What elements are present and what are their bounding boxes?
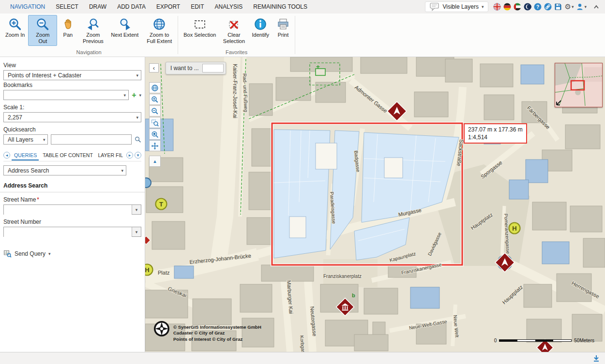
save-icon[interactable] [554, 3, 562, 11]
zoom-full-extent-button[interactable]: Zoom to Full Extent [142, 15, 177, 46]
download-icon[interactable] [592, 354, 600, 362]
bookmarks-dropdown[interactable]: ▾ [3, 90, 129, 100]
zoom-in-icon [8, 17, 22, 31]
scale-dropdown[interactable]: 2,257 ▾ [3, 112, 141, 122]
globe-button[interactable] [149, 82, 161, 93]
view-dropdown[interactable]: Points of Interest + Cadaster ▾ [3, 70, 141, 80]
menu-draw[interactable]: DRAW [84, 3, 112, 10]
tab-layer-filter[interactable]: LAYER FIL [95, 150, 125, 160]
chevron-down-icon: ▾ [121, 168, 123, 173]
uae-flag-icon[interactable] [514, 3, 521, 11]
i-want-to-widget[interactable]: I want to ... [166, 62, 226, 74]
collapse-ribbon-icon [592, 3, 600, 10]
send-query-button[interactable]: Send Query ▾ [3, 249, 141, 258]
center-map-button[interactable] [149, 140, 161, 151]
compass-icon [153, 320, 170, 337]
zoom-window-button[interactable] [149, 117, 161, 128]
zoom-selection-icon [151, 131, 159, 138]
german-flag-icon[interactable] [503, 3, 511, 11]
zoom-out-button[interactable]: Zoom Out [28, 15, 57, 46]
bookmark-options-chevron-icon[interactable]: ▾ [139, 93, 141, 98]
uk-flag-icon[interactable] [493, 3, 501, 11]
map-canvas[interactable]: Kaiser-Franz-Josef-KaiRad- und FußwegAdm… [145, 57, 605, 352]
chevron-down-icon: ▾ [482, 4, 484, 9]
section-divider [0, 192, 145, 192]
zoom-previous-button[interactable]: Zoom Previous [78, 15, 107, 46]
quicksearch-layer-value: All Layers [8, 136, 33, 143]
street-number-dropdown-button[interactable]: ▾ [132, 227, 141, 236]
settings-gear-button[interactable]: ⚙▾ [564, 3, 574, 11]
view-label: View [3, 62, 141, 69]
chevron-down-icon: ▾ [48, 251, 51, 256]
street-name-input[interactable] [4, 205, 132, 215]
menu-export[interactable]: EXPORT [151, 3, 185, 10]
print-icon [276, 17, 290, 31]
zoom-selection-button[interactable] [149, 129, 161, 140]
add-bookmark-button[interactable]: + [132, 91, 136, 99]
pan-hand-icon [61, 17, 75, 31]
button-label: Pan [63, 32, 73, 38]
menubar: NAVIGATION SELECT DRAW ADD DATA EXPORT E… [0, 0, 605, 14]
dark-mode-moon-icon[interactable] [524, 3, 531, 11]
scalebar-label: 50Meters [574, 338, 594, 343]
query-form-title: Address Search [3, 182, 141, 189]
street-name-combobox[interactable]: ▾ [3, 204, 141, 215]
help-icon[interactable]: ? [534, 3, 542, 11]
chevron-down-icon: ▾ [136, 115, 138, 120]
collapse-toolbar-button[interactable]: ▴ [149, 156, 161, 167]
map-zoom-out-button[interactable] [149, 105, 161, 116]
send-query-label: Send Query [15, 250, 45, 257]
zoom-in-button[interactable]: Zoom In [2, 15, 28, 40]
street-name-dropdown-button[interactable]: ▾ [132, 205, 141, 214]
print-button[interactable]: Print [272, 15, 294, 40]
zoom-in-icon [151, 96, 159, 103]
tabs-scroll-right-icon[interactable]: ▸ [126, 152, 133, 159]
share-link-icon[interactable] [544, 3, 552, 11]
sidebar-tabbar: ◂ QUERIES TABLE OF CONTENT LAYER FIL ▸ ▾ [3, 149, 141, 161]
chevron-down-icon: ▾ [136, 73, 138, 78]
map-viewport[interactable]: Kaiser-Franz-Josef-KaiRad- und FußwegAdm… [145, 57, 605, 352]
quicksearch-input[interactable] [51, 134, 132, 145]
ribbon-group-favorites: Box Selection Clear Selection Identify P… [178, 14, 295, 57]
chevron-down-icon: ▾ [136, 207, 138, 212]
next-extent-button[interactable]: Next Extent [107, 15, 142, 40]
overview-map[interactable] [555, 63, 603, 107]
menu-navigation[interactable]: NAVIGATION [5, 3, 50, 10]
i-want-to-input[interactable] [202, 64, 224, 73]
search-icon[interactable] [135, 135, 141, 144]
tabs-scroll-left-icon[interactable]: ◂ [3, 152, 10, 159]
map-zoom-in-button[interactable] [149, 94, 161, 105]
sidebar-panel: View Points of Interest + Cadaster ▾ Boo… [0, 57, 145, 352]
menu-select[interactable]: SELECT [50, 3, 84, 10]
query-selector-dropdown[interactable]: Address Search ▾ [3, 165, 126, 175]
quicksearch-layer-dropdown[interactable]: All Layers ▾ [3, 134, 48, 145]
button-label: Zoom Previous [82, 32, 104, 44]
collapse-ribbon-button[interactable] [592, 3, 600, 10]
ribbon-group-label: Favorites [178, 49, 295, 57]
visible-layers-dropdown[interactable]: Visible Layers ▾ [425, 1, 488, 12]
box-selection-button[interactable]: Box Selection [180, 15, 219, 40]
pan-button[interactable]: Pan [57, 15, 78, 40]
collapse-sidebar-button[interactable]: ‹ [149, 63, 159, 73]
scalebar: 0 50Meters [494, 338, 594, 343]
zoom-out-icon [151, 107, 159, 115]
ribbon-separator [295, 16, 295, 54]
menu-analysis[interactable]: ANALYSIS [210, 3, 248, 10]
menu-edit[interactable]: EDIT [185, 3, 209, 10]
button-label: Print [278, 32, 289, 38]
button-label: Identify [252, 32, 269, 38]
street-number-input[interactable] [4, 227, 132, 237]
zoom-window-icon [151, 119, 159, 127]
copyright-line: Cadaster © City of Graz [173, 330, 261, 336]
bookmarks-label: Bookmarks [3, 82, 141, 88]
user-account-button[interactable]: ▾ [576, 3, 587, 11]
menu-add-data[interactable]: ADD DATA [112, 3, 151, 10]
street-number-combobox[interactable]: ▾ [3, 227, 141, 237]
tab-queries[interactable]: QUERIES [12, 150, 39, 160]
tabs-overflow-icon[interactable]: ▾ [135, 152, 141, 159]
clear-selection-button[interactable]: Clear Selection [219, 15, 248, 46]
menu-remaining-tools[interactable]: REMAINING TOOLS [248, 3, 313, 10]
hospital-letter: H [512, 225, 516, 232]
identify-button[interactable]: Identify [248, 15, 272, 40]
tab-table-of-content[interactable]: TABLE OF CONTENT [40, 150, 94, 160]
